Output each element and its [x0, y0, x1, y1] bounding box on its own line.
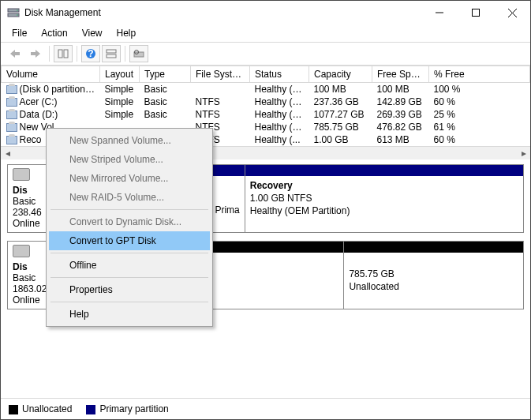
col-free[interactable]: Free Spa...: [372, 66, 429, 83]
ctx-new-raid5: New RAID-5 Volume...: [49, 188, 210, 207]
ctx-new-striped: New Striped Volume...: [49, 150, 210, 169]
disk-1-type: Basic: [13, 272, 36, 283]
volume-icon: [6, 136, 17, 144]
back-button[interactable]: [6, 45, 24, 62]
svg-rect-15: [107, 54, 116, 58]
minimize-button[interactable]: [421, 1, 458, 24]
view-button[interactable]: [54, 45, 73, 62]
col-status[interactable]: Status: [250, 66, 309, 83]
disk-1-state: Online: [13, 294, 40, 306]
svg-rect-8: [15, 52, 20, 55]
table-row[interactable]: Data (D:)SimpleBasicNTFSHealthy (P...107…: [2, 108, 530, 121]
legend-swatch-primary: [86, 405, 95, 414]
svg-rect-5: [473, 9, 480, 17]
scroll-right-icon[interactable]: ▸: [517, 147, 530, 160]
col-fs[interactable]: File System: [191, 66, 250, 83]
disk-icon: [13, 245, 30, 257]
disk-0-label: Dis: [13, 185, 28, 196]
svg-text:?: ?: [88, 48, 93, 59]
menu-help[interactable]: Help: [110, 26, 143, 40]
svg-point-3: [17, 14, 18, 16]
legend: Unallocated Primary partition: [1, 398, 530, 419]
disk-0-state: Online: [13, 218, 40, 229]
svg-rect-10: [58, 50, 62, 58]
ctx-new-mirrored: New Mirrored Volume...: [49, 169, 210, 188]
svg-rect-14: [107, 50, 116, 53]
table-row[interactable]: (Disk 0 partition 1)SimpleBasicHealthy (…: [2, 83, 530, 96]
menu-file[interactable]: File: [6, 26, 33, 40]
svg-rect-9: [31, 52, 36, 55]
disk-0-type: Basic: [13, 196, 36, 207]
menu-view[interactable]: View: [76, 26, 109, 40]
ctx-new-spanned: New Spanned Volume...: [49, 131, 210, 150]
titlebar[interactable]: Disk Management: [1, 1, 530, 24]
maximize-button[interactable]: [458, 1, 494, 24]
settings-button[interactable]: [129, 45, 148, 62]
col-capacity[interactable]: Capacity: [309, 66, 372, 83]
col-type[interactable]: Type: [140, 66, 191, 83]
layout-button[interactable]: [102, 45, 121, 62]
forward-button[interactable]: [26, 45, 45, 62]
ctx-offline[interactable]: Offline: [49, 256, 210, 275]
ctx-convert-dynamic: Convert to Dynamic Disk...: [49, 212, 210, 231]
volume-icon: [6, 123, 17, 132]
window-title: Disk Management: [24, 7, 421, 18]
stripe-unallocated: [344, 242, 523, 253]
disk-icon: [13, 168, 30, 181]
volume-icon: [6, 111, 17, 119]
scroll-left-icon[interactable]: ◂: [1, 147, 14, 160]
svg-rect-11: [64, 50, 68, 58]
volume-icon: [6, 85, 17, 94]
disk-1-label: Dis: [13, 261, 28, 272]
ctx-help[interactable]: Help: [49, 305, 210, 324]
app-icon: [7, 6, 20, 19]
col-layout[interactable]: Layout: [100, 66, 140, 83]
table-row[interactable]: Acer (C:)SimpleBasicNTFSHealthy (B...237…: [2, 96, 530, 108]
menubar: File Action View Help: [1, 24, 530, 42]
svg-rect-16: [134, 52, 144, 57]
svg-point-2: [17, 9, 18, 11]
stripe-primary: [245, 165, 523, 176]
disk-0-part-2[interactable]: Recovery1.00 GB NTFSHealthy (OEM Partiti…: [245, 165, 523, 232]
legend-swatch-unallocated: [9, 405, 18, 414]
ctx-convert-gpt[interactable]: Convert to GPT Disk: [49, 231, 210, 250]
col-pct[interactable]: % Free: [429, 66, 530, 83]
help-button[interactable]: ?: [81, 45, 100, 62]
close-button[interactable]: [494, 1, 530, 24]
disk-1-part-2[interactable]: 785.75 GBUnallocated: [344, 242, 523, 309]
disk-0-size: 238.46: [13, 207, 42, 218]
col-volume[interactable]: Volume: [2, 66, 100, 83]
volume-icon: [6, 98, 17, 107]
toolbar: ?: [1, 43, 530, 66]
context-menu: New Spanned Volume... New Striped Volume…: [46, 128, 213, 327]
ctx-properties[interactable]: Properties: [49, 280, 210, 299]
menu-action[interactable]: Action: [35, 26, 73, 40]
